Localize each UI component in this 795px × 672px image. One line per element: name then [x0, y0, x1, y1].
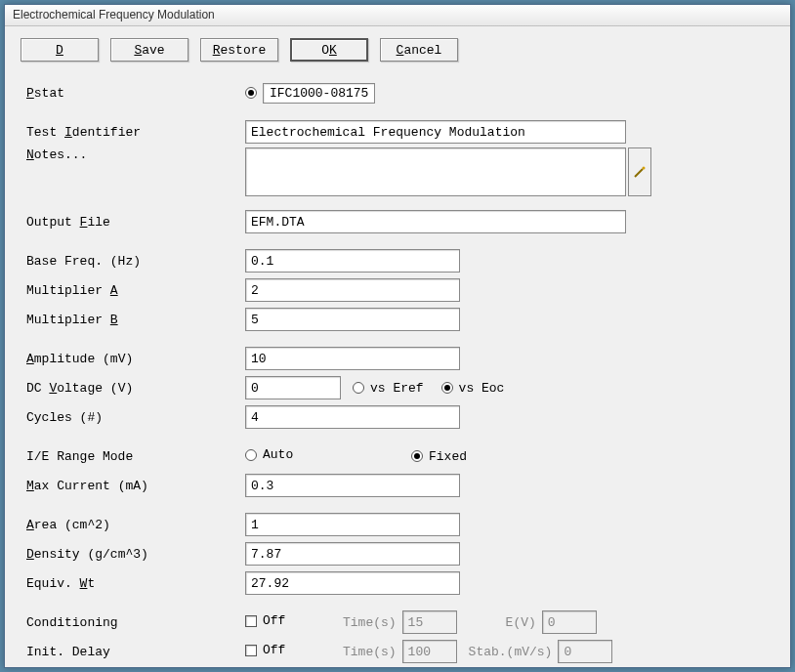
- dialog-content: D Save Restore OK Cancel Pstat IFC1000-0…: [5, 26, 790, 672]
- row-multiplier-a: Multiplier A: [21, 276, 774, 304]
- radio-dot-icon: [245, 449, 257, 461]
- cancel-button[interactable]: Cancel: [380, 38, 458, 62]
- dc-voltage-input[interactable]: [245, 376, 341, 399]
- restore-button[interactable]: Restore: [200, 38, 278, 62]
- radio-dot-icon: [245, 87, 257, 99]
- row-notes: Notes...: [21, 147, 774, 196]
- test-identifier-input[interactable]: [245, 120, 626, 144]
- row-max-current: Max Current (mA): [21, 472, 774, 499]
- label-amplitude: Amplitude (mV): [21, 352, 245, 366]
- label-init-delay: Init. Delay: [21, 645, 245, 659]
- row-multiplier-b: Multiplier B: [21, 306, 774, 333]
- row-density: Density (g/cm^3): [21, 540, 774, 567]
- base-freq-input[interactable]: [245, 249, 460, 273]
- checkbox-label: Off: [263, 613, 285, 628]
- max-current-input[interactable]: [245, 474, 460, 497]
- default-button[interactable]: D: [21, 38, 99, 62]
- checkbox-icon: [245, 615, 257, 627]
- checkbox-label: Off: [263, 643, 285, 657]
- row-cycles: Cycles (#): [21, 403, 774, 431]
- window-title: Electrochemical Frequency Modulation: [5, 5, 790, 26]
- multiplier-b-input[interactable]: [245, 308, 460, 331]
- save-button[interactable]: Save: [110, 38, 188, 62]
- label-base-freq: Base Freq. (Hz): [21, 254, 245, 269]
- ok-button[interactable]: OK: [290, 38, 368, 62]
- area-input[interactable]: [245, 513, 460, 536]
- radio-dot-icon: [353, 382, 364, 394]
- label-pstat: Pstat: [21, 86, 245, 101]
- conditioning-time-input: [402, 610, 457, 634]
- radio-label: Auto: [263, 447, 293, 462]
- label-density: Density (g/cm^3): [21, 547, 245, 562]
- label-multiplier-b: Multiplier B: [21, 313, 245, 327]
- amplitude-input[interactable]: [245, 347, 460, 370]
- notes-expand-button[interactable]: [628, 147, 651, 196]
- output-file-input[interactable]: [245, 210, 626, 233]
- density-input[interactable]: [245, 542, 460, 566]
- radio-label: vs Eref: [370, 381, 424, 396]
- svg-line-0: [635, 169, 643, 177]
- label-area: Area (cm^2): [21, 518, 245, 532]
- radio-fixed[interactable]: Fixed: [411, 449, 467, 464]
- label-stab: Stab.(mV/s): [469, 645, 553, 659]
- row-init-delay: Init. Delay Off Time(s) Stab.(mV/s): [21, 638, 774, 665]
- row-pstat: Pstat IFC1000-08175: [21, 79, 774, 106]
- row-ie-range-mode: I/E Range Mode Auto Fixed: [21, 442, 774, 470]
- label-conditioning: Conditioning: [21, 615, 245, 630]
- label-e-v: E(V): [506, 615, 536, 630]
- label-test-identifier: Test Identifier: [21, 125, 245, 140]
- button-row: D Save Restore OK Cancel: [21, 38, 774, 62]
- row-area: Area (cm^2): [21, 511, 774, 538]
- row-conditioning: Conditioning Off Time(s) E(V): [21, 609, 774, 636]
- svg-point-1: [643, 167, 646, 170]
- checkbox-conditioning-off[interactable]: Off: [245, 613, 285, 628]
- label-notes: Notes...: [21, 147, 245, 162]
- radio-dot-icon: [441, 382, 453, 394]
- radio-label: Fixed: [429, 449, 467, 464]
- radio-auto[interactable]: Auto: [245, 447, 293, 462]
- checkbox-icon: [245, 645, 257, 656]
- checkbox-init-delay-off[interactable]: Off: [245, 643, 285, 657]
- label-time-s: Time(s): [343, 615, 397, 630]
- radio-label: vs Eoc: [459, 381, 505, 396]
- label-equiv-wt: Equiv. Wt: [21, 576, 245, 591]
- radio-pstat-device[interactable]: IFC1000-08175: [245, 83, 375, 104]
- wand-icon: [633, 165, 647, 179]
- label-multiplier-a: Multiplier A: [21, 283, 245, 298]
- radio-vs-eref[interactable]: vs Eref: [353, 381, 424, 396]
- conditioning-ev-input: [542, 610, 597, 634]
- cycles-input[interactable]: [245, 405, 460, 429]
- row-equiv-wt: Equiv. Wt: [21, 569, 774, 597]
- pstat-device-value: IFC1000-08175: [263, 83, 375, 104]
- row-test-identifier: Test Identifier: [21, 118, 774, 146]
- equiv-wt-input[interactable]: [245, 571, 460, 595]
- row-base-freq: Base Freq. (Hz): [21, 247, 774, 274]
- label-cycles: Cycles (#): [21, 410, 245, 425]
- label-time-s: Time(s): [343, 645, 397, 659]
- dialog-window: Electrochemical Frequency Modulation D S…: [4, 4, 791, 668]
- label-dc-voltage: DC Voltage (V): [21, 381, 245, 396]
- row-dc-voltage: DC Voltage (V) vs Eref vs Eoc: [21, 374, 774, 401]
- row-amplitude: Amplitude (mV): [21, 345, 774, 372]
- init-delay-time-input: [402, 640, 457, 663]
- radio-dot-icon: [411, 450, 423, 462]
- label-max-current: Max Current (mA): [21, 479, 245, 493]
- init-delay-stab-input: [558, 640, 612, 663]
- label-output-file: Output File: [21, 215, 245, 230]
- radio-vs-eoc[interactable]: vs Eoc: [441, 381, 505, 396]
- multiplier-a-input[interactable]: [245, 278, 460, 302]
- notes-input[interactable]: [245, 147, 626, 196]
- label-ie-range-mode: I/E Range Mode: [21, 449, 245, 464]
- row-output-file: Output File: [21, 208, 774, 235]
